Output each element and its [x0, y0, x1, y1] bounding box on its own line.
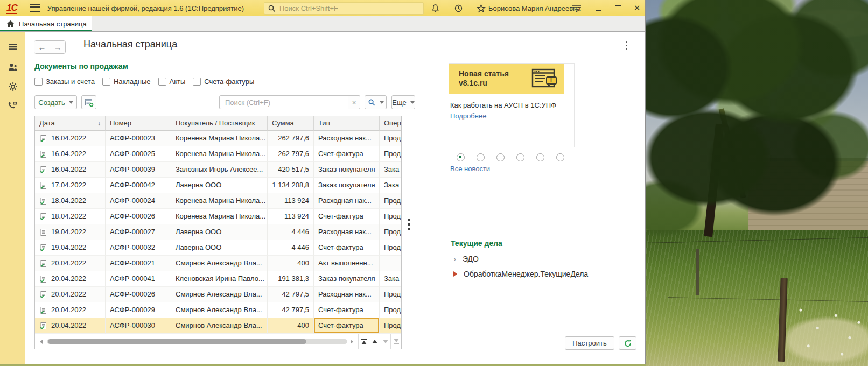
tab-home-page[interactable]: Начальная страница: [0, 16, 92, 31]
scroll-left-arrow[interactable]: [40, 340, 43, 344]
global-search-input[interactable]: [278, 4, 423, 13]
crm-contacts-icon[interactable]: [0, 59, 25, 75]
settings-gear-icon[interactable]: [0, 79, 25, 95]
sort-descending-icon: ↓: [97, 116, 101, 130]
scroll-right-arrow[interactable]: [351, 340, 353, 344]
notifications-bell-icon[interactable]: [428, 1, 442, 15]
left-sidebar: [0, 32, 25, 364]
fence-post: [696, 249, 699, 295]
todo-item-processing[interactable]: ОбработкаМенеджер.ТекущиеДела: [453, 270, 588, 278]
table-row[interactable]: 16.04.2022 АСФР-000023Коренева Марина Ни…: [35, 131, 401, 146]
forward-button[interactable]: →: [50, 41, 65, 53]
carousel-dot[interactable]: [516, 153, 524, 161]
magnifier-icon: [368, 98, 376, 107]
section-separator: [440, 234, 626, 234]
back-button[interactable]: ←: [34, 41, 50, 53]
carousel-dot[interactable]: [536, 153, 544, 161]
current-user-name[interactable]: Борисова Мария Андреевна: [488, 4, 581, 12]
new-document-by-template-button[interactable]: [81, 95, 96, 109]
table-row[interactable]: 19.04.2022 АСФР-000032Лаверна ООО 4 446С…: [35, 240, 401, 256]
sections-menu-icon[interactable]: [0, 39, 25, 55]
column-header-number[interactable]: Номер: [106, 116, 171, 131]
news-banner[interactable]: Новая статьяv8.1c.ru i: [449, 64, 564, 94]
maximize-button[interactable]: [610, 1, 626, 15]
column-header-date[interactable]: Дата↓: [35, 116, 106, 131]
service-menu-icon[interactable]: [570, 1, 584, 15]
column-header-sum[interactable]: Сумма: [268, 116, 314, 131]
go-to-first-row-button[interactable]: [358, 334, 369, 349]
svg-text:i: i: [550, 78, 552, 83]
list-search-box[interactable]: [219, 95, 349, 109]
window-title: Управление нашей фирмой, редакция 1.6 (1…: [47, 4, 244, 12]
table-row[interactable]: 18.04.2022 АСФР-000026Коренева Марина Ни…: [35, 209, 401, 224]
next-row-button[interactable]: [380, 334, 390, 349]
list-search-input[interactable]: [224, 98, 344, 107]
more-menu-icon[interactable]: [626, 41, 628, 51]
more-actions-button[interactable]: Еще: [391, 95, 415, 109]
filter-invoices[interactable]: Счета-фактуры: [193, 78, 254, 86]
filter-waybills[interactable]: Накладные: [102, 78, 151, 86]
previous-row-button[interactable]: [369, 334, 380, 349]
dropdown-caret-icon: [410, 101, 415, 104]
table-row[interactable]: 16.04.2022 АСФР-000025Коренева Марина Ни…: [35, 146, 401, 162]
sales-documents-table: Дата↓ Номер Покупатель / Поставщик Сумма…: [34, 116, 402, 349]
scrollbar-track[interactable]: [47, 339, 347, 344]
refresh-icon: [624, 339, 632, 348]
table-row[interactable]: 20.04.2022 АСФР-000021Смирнов Александр …: [35, 256, 401, 271]
table-row[interactable]: 17.04.2022 АСФР-000042Лаверна ООО 1 134 …: [35, 178, 401, 193]
table-row-selected[interactable]: 20.04.2022 АСФР-000030Смирнов Александр …: [35, 318, 401, 334]
go-to-last-row-button[interactable]: [390, 334, 401, 349]
main-menu-icon[interactable]: [30, 4, 40, 12]
table-row[interactable]: 18.04.2022 АСФР-000024Коренева Марина Ни…: [35, 193, 401, 209]
current-tasks-heading: Текущие дела: [451, 239, 502, 248]
history-nav: ← →: [34, 40, 66, 54]
posted-document-icon: [39, 244, 47, 252]
create-button[interactable]: Создать: [34, 95, 77, 109]
window-titlebar: 1С Управление нашей фирмой, редакция 1.6…: [0, 0, 645, 16]
close-button[interactable]: ✕: [629, 1, 645, 15]
checkbox[interactable]: [102, 78, 110, 86]
carousel-dot[interactable]: [496, 153, 505, 161]
posted-document-icon: [39, 150, 47, 158]
global-search-box[interactable]: [264, 2, 424, 15]
table-header: Дата↓ Номер Покупатель / Поставщик Сумма…: [35, 116, 401, 131]
clear-search-button[interactable]: ×: [348, 95, 360, 109]
phone-calls-icon[interactable]: [0, 97, 25, 114]
column-header-operation[interactable]: Опер: [380, 116, 401, 131]
table-row[interactable]: 19.04.2022 АСФР-000027Лаверна ООО 4 446Р…: [35, 224, 401, 240]
carousel-dot[interactable]: [556, 153, 564, 161]
table-row[interactable]: 20.04.2022 АСФР-000041Кленовская Ирина П…: [35, 271, 401, 287]
chevron-right-icon[interactable]: ›: [453, 254, 456, 263]
news-details-link[interactable]: Подробнее: [450, 112, 486, 120]
tab-label: Начальная страница: [19, 20, 87, 28]
page-title: Начальная страница: [83, 39, 177, 50]
filter-orders-invoices[interactable]: Заказы и счета: [34, 78, 95, 86]
carousel-dot-active[interactable]: [457, 153, 465, 161]
favorites-star-icon[interactable]: [474, 1, 488, 15]
configure-button[interactable]: Настроить: [565, 336, 614, 350]
todo-item-edo[interactable]: › ЭДО: [453, 254, 479, 263]
news-banner-title: Новая статьяv8.1c.ru: [459, 69, 509, 88]
column-header-partner[interactable]: Покупатель / Поставщик: [171, 116, 268, 131]
posted-document-icon: [39, 259, 47, 268]
home-icon: [6, 20, 15, 27]
checkbox[interactable]: [193, 78, 201, 86]
minimize-button[interactable]: [590, 1, 606, 15]
scrollbar-thumb[interactable]: [48, 339, 306, 344]
posted-document-icon: [39, 306, 47, 314]
table-row[interactable]: 20.04.2022 АСФР-000026Смирнов Александр …: [35, 287, 401, 302]
checkbox[interactable]: [158, 78, 166, 86]
red-triangle-icon: [453, 271, 457, 277]
all-news-link[interactable]: Все новости: [450, 165, 490, 173]
advanced-search-button[interactable]: [365, 95, 387, 109]
panel-splitter-handle[interactable]: [408, 219, 410, 233]
filter-acts[interactable]: Акты: [158, 78, 186, 86]
table-row[interactable]: 20.04.2022 АСФР-000029Смирнов Александр …: [35, 302, 401, 318]
column-header-type[interactable]: Тип: [314, 116, 380, 131]
checkbox[interactable]: [34, 78, 43, 86]
refresh-button[interactable]: [619, 336, 636, 350]
history-icon[interactable]: [451, 1, 465, 15]
table-row[interactable]: 16.04.2022 АСФР-000039Залозных Игорь Але…: [35, 162, 401, 178]
carousel-dot[interactable]: [477, 153, 485, 161]
unposted-document-icon: [39, 228, 47, 236]
